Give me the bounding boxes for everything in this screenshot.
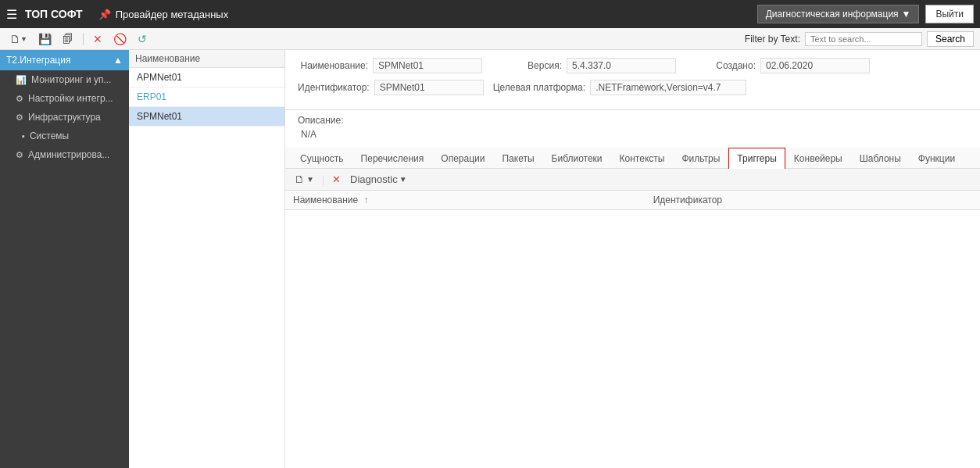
sidebar-item-infrastructure[interactable]: ⚙ Инфраструктура	[0, 108, 129, 127]
monitor-icon: 📊	[16, 75, 27, 85]
tab-pakety[interactable]: Пакеты	[493, 148, 542, 169]
table-header-row: Наименование ↑ Идентификатор	[285, 191, 980, 210]
form-section: Наименование: SPMNet01 Версия: 5.4.337.0…	[285, 50, 980, 110]
created-group: Создано: 02.06.2020	[685, 58, 870, 73]
systems-icon: ▪	[22, 131, 25, 141]
sidebar-item-systems[interactable]: ▪ Системы	[0, 127, 129, 145]
top-bar-right: Диагностическая информация ▼ Выйти	[757, 5, 974, 23]
split-layout: Наименование APMNet01 ERP01 SPMNet01 Наи…	[129, 50, 980, 468]
created-value: 02.06.2020	[760, 58, 870, 73]
tab-operatsii[interactable]: Операции	[432, 148, 493, 169]
copy-icon: 🗐	[63, 33, 73, 45]
refresh-button[interactable]: ↺	[134, 31, 150, 47]
content-area: Наименование APMNet01 ERP01 SPMNet01 Наи…	[129, 50, 980, 468]
diagnostic-label: Diagnostic	[350, 173, 398, 185]
tab-konteksty[interactable]: Контексты	[611, 148, 674, 169]
tab-shablony[interactable]: Шаблоны	[851, 148, 910, 169]
tab-toolbar: 🗋 ▼ | ✕ Diagnostic ▼	[285, 169, 980, 191]
list-item-selected[interactable]: SPMNet01	[129, 107, 284, 127]
platform-group: Целевая платформа: .NETFramework,Version…	[493, 80, 746, 95]
delete-button[interactable]: ✕	[90, 31, 106, 47]
desc-value: N/A	[298, 129, 967, 140]
id-label: Идентификатор:	[298, 82, 370, 93]
app-logo: ТОП СОФТ	[25, 8, 83, 20]
infra-icon: ⚙	[16, 113, 23, 123]
id-group: Идентификатор: SPMNet01	[298, 80, 484, 95]
right-panel: Наименование: SPMNet01 Версия: 5.4.337.0…	[285, 50, 980, 468]
tabs-bar: Сущность Перечисления Операции Пакеты Би…	[285, 148, 980, 169]
sidebar-collapse-icon: ▲	[113, 55, 123, 66]
col-name: Наименование ↑	[285, 191, 646, 210]
main-layout: Т2.Интеграция ▲ 📊 Мониторинг и уп... ⚙ Н…	[0, 50, 980, 468]
tab-new-dropdown-arrow: ▼	[306, 175, 314, 184]
sidebar-item-monitoring[interactable]: 📊 Мониторинг и уп...	[0, 70, 129, 89]
sidebar-section-label: Т2.Интеграция	[6, 55, 70, 66]
name-label: Наименование:	[298, 60, 368, 71]
pin-icon: 📌	[98, 9, 111, 20]
delete-icon: ✕	[93, 33, 102, 45]
top-bar: ☰ ТОП СОФТ 📌 Провайдер метаданных Диагно…	[0, 0, 980, 28]
diagnostic-dropdown[interactable]: Диагностическая информация ▼	[757, 5, 920, 23]
tab-table: Наименование ↑ Идентификатор	[285, 191, 980, 468]
tab-new-button[interactable]: 🗋 ▼	[291, 172, 317, 187]
platform-label: Целевая платформа:	[493, 82, 585, 93]
form-row-1: Наименование: SPMNet01 Версия: 5.4.337.0…	[298, 58, 967, 73]
refresh-icon: ↺	[138, 33, 147, 45]
list-header: Наименование	[129, 50, 284, 68]
menu-icon[interactable]: ☰	[6, 7, 17, 22]
sort-asc-icon: ↑	[364, 195, 369, 205]
form-row-2: Идентификатор: SPMNet01 Целевая платформ…	[298, 80, 967, 95]
logout-button[interactable]: Выйти	[925, 5, 974, 23]
list-item[interactable]: APMNet01	[129, 68, 284, 88]
version-group: Версия: 5.4.337.0	[492, 58, 676, 73]
name-group: Наименование: SPMNet01	[298, 58, 482, 73]
filter-bar: 🗋 ▼ 💾 🗐 ✕ 🚫 ↺ Filter by Text: Search	[0, 28, 980, 50]
tab-new-doc-icon: 🗋	[295, 173, 305, 185]
sidebar-item-settings[interactable]: ⚙ Настройки интегр...	[0, 89, 129, 108]
tab-konveyery[interactable]: Конвейеры	[785, 148, 851, 169]
app-title: Провайдер метаданных	[116, 9, 229, 20]
name-value: SPMNet01	[373, 58, 482, 73]
left-panel-list: APMNet01 ERP01 SPMNet01	[129, 68, 284, 468]
sidebar-item-admin[interactable]: ⚙ Администрирова...	[0, 145, 129, 164]
platform-value: .NETFramework,Version=v4.7	[590, 80, 746, 95]
tab-delete-button[interactable]: ✕	[329, 172, 344, 187]
version-label: Версия:	[492, 60, 562, 71]
left-panel: Наименование APMNet01 ERP01 SPMNet01	[129, 50, 285, 468]
diagnostic-dropdown-arrow: ▼	[399, 175, 407, 184]
admin-icon: ⚙	[16, 150, 23, 160]
description-section: Описание: N/A	[285, 110, 980, 148]
settings-icon: ⚙	[16, 94, 23, 104]
tab-filtry[interactable]: Фильтры	[673, 148, 728, 169]
save-button[interactable]: 💾	[35, 31, 55, 47]
app-title-section: 📌 Провайдер метаданных	[98, 9, 229, 20]
tab-triggery[interactable]: Триггеры	[728, 148, 785, 169]
dropdown-arrow-new: ▼	[20, 35, 27, 43]
tab-perechisleniya[interactable]: Перечисления	[352, 148, 433, 169]
filter-input[interactable]	[805, 32, 922, 46]
sidebar: Т2.Интеграция ▲ 📊 Мониторинг и уп... ⚙ Н…	[0, 50, 129, 468]
data-table: Наименование ↑ Идентификатор	[285, 191, 980, 210]
filter-label: Filter by Text:	[745, 34, 800, 45]
desc-label: Описание:	[298, 115, 967, 126]
sidebar-section-t2[interactable]: Т2.Интеграция ▲	[0, 50, 129, 70]
toolbar-separator-1	[83, 33, 84, 45]
list-item[interactable]: ERP01	[129, 88, 284, 107]
cancel-icon: 🚫	[113, 33, 127, 45]
search-button[interactable]: Search	[927, 31, 974, 47]
id-value: SPMNet01	[374, 80, 484, 95]
tab-biblioteki[interactable]: Библиотеки	[543, 148, 611, 169]
cancel-button[interactable]: 🚫	[110, 31, 130, 47]
tab-diagnostic-button[interactable]: Diagnostic ▼	[347, 172, 410, 187]
chevron-down-icon: ▼	[902, 9, 911, 20]
copy-button[interactable]: 🗐	[59, 31, 77, 47]
version-value: 5.4.337.0	[567, 58, 676, 73]
new-button[interactable]: 🗋 ▼	[6, 31, 30, 47]
tab-content-triggery: 🗋 ▼ | ✕ Diagnostic ▼	[285, 169, 980, 468]
created-label: Создано:	[685, 60, 756, 71]
tab-funktsii[interactable]: Функции	[910, 148, 964, 169]
save-icon: 💾	[38, 33, 52, 45]
col-id: Идентификатор	[646, 191, 980, 210]
tab-sushnost[interactable]: Сущность	[291, 148, 352, 169]
new-doc-icon: 🗋	[9, 33, 20, 45]
